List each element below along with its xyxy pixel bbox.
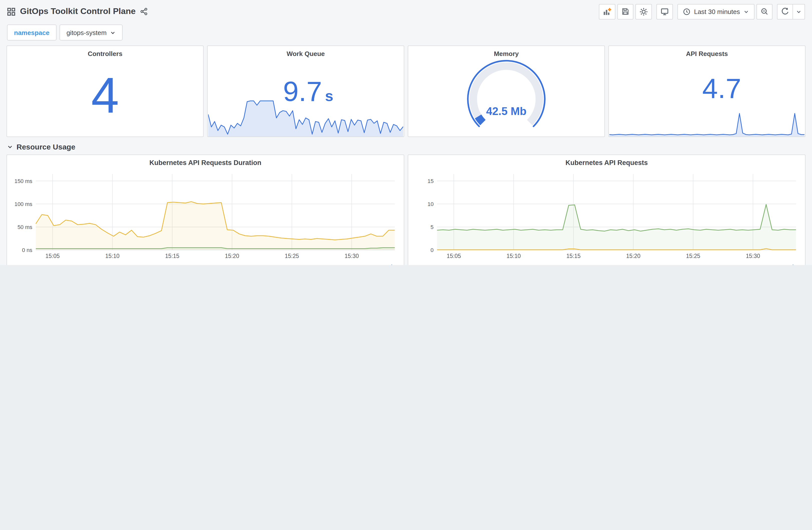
chevron-down-icon [7,144,13,150]
legend-sort-current[interactable]: current [750,263,794,265]
x-axis-label: 15:15 [165,253,179,259]
grafana-dashboard: GitOps Toolkit Control Plane [0,0,812,265]
stats-row: Controllers 4 Work Queue 9.7s Memory 42.… [0,45,812,137]
row-resource-usage[interactable]: Resource Usage [0,137,812,154]
x-axis-label: 15:20 [626,253,640,259]
legend-sort-avg[interactable]: avg [709,263,750,265]
panel-work-queue: Work Queue 9.7s [207,45,404,137]
y-axis-label: 5 [431,224,434,230]
dashboard-settings-button[interactable] [635,4,652,19]
stat-unit: s [325,87,333,104]
stat-value: 4 [91,70,119,120]
memory-gauge: 42.5 Mb [454,58,559,134]
series-area-P99 [36,202,395,250]
refresh-interval-dropdown[interactable] [793,4,805,19]
zoom-out-button[interactable] [756,4,772,19]
timeseries-plot[interactable]: 15:0515:1015:1515:2015:2515:300 ns50 ms1… [12,169,399,261]
charts-row-1: Kubernetes API Requests Duration 15:0515… [0,154,812,265]
y-axis-label: 0 [431,247,434,253]
api-requests-sparkline [609,112,804,136]
legend-header: avgcurrent [19,262,397,265]
page-title: GitOps Toolkit Control Plane [20,6,135,16]
clock-icon [683,8,691,15]
panel-title[interactable]: Memory [408,46,604,58]
panel-controllers: Controllers 4 [6,45,204,137]
panel-api-requests: API Requests 4.7 [608,45,806,137]
panel-title[interactable]: Controllers [7,46,203,58]
x-axis-label: 15:20 [225,253,239,259]
chart-legend: avgcurrenttotal4.744.44errors0.010 [413,262,800,265]
legend-sort-current[interactable]: current [349,263,393,265]
panel-k8s-api-requests-duration: Kubernetes API Requests Duration 15:0515… [6,154,404,265]
time-range-picker[interactable]: Last 30 minutes [678,4,754,19]
x-axis-label: 15:25 [285,253,299,259]
stat-value: 9.7s [283,77,333,105]
y-axis-label: 0 ns [22,247,32,253]
cycle-view-mode-button[interactable] [656,4,673,19]
y-axis-label: 50 ms [17,224,32,230]
gauge-value: 42.5 Mb [486,105,526,118]
panel-k8s-api-requests: Kubernetes API Requests 15:0515:1015:151… [408,154,806,265]
add-panel-button[interactable] [599,4,615,19]
namespace-value: gitops-system [67,29,106,36]
panel-title[interactable]: Work Queue [208,46,404,58]
x-axis-label: 15:15 [566,253,581,259]
row-title: Resource Usage [16,143,75,151]
save-dashboard-button[interactable] [618,4,633,19]
sparkline-canvas [609,112,804,136]
x-axis-label: 15:10 [105,253,119,259]
y-axis-label: 10 [427,201,434,207]
x-axis-label: 15:30 [345,253,359,259]
dashboard-header: GitOps Toolkit Control Plane [0,0,812,23]
refresh-button[interactable] [777,4,793,19]
x-axis-label: 15:25 [686,253,700,259]
legend-header: avgcurrent [420,262,798,265]
x-axis-label: 15:05 [45,253,60,259]
apps-icon[interactable] [7,7,15,16]
share-icon[interactable] [140,8,148,15]
time-range-label: Last 30 minutes [694,8,740,15]
x-axis-label: 15:30 [746,253,760,259]
panel-title[interactable]: API Requests [609,46,805,58]
variable-label-namespace: namespace [7,25,57,41]
x-axis-label: 15:05 [447,253,461,259]
y-axis-label: 150 ms [15,178,32,184]
chevron-down-icon [110,30,116,35]
legend-sort-avg[interactable]: avg [308,263,349,265]
x-axis-label: 15:10 [507,253,521,259]
chart-legend: avgcurrentP505 ms5 msP9948 ms43 ms [12,262,399,265]
variables-row: namespace gitops-system [0,23,812,45]
namespace-select[interactable]: gitops-system [60,25,122,41]
chevron-down-icon [743,9,749,14]
timeseries-plot[interactable]: 15:0515:1015:1515:2015:2515:30051015 [413,169,800,261]
stat-value: 4.7 [702,74,741,103]
gauge-canvas [454,58,559,134]
panel-title[interactable]: Kubernetes API Requests Duration [12,158,399,169]
y-axis-label: 100 ms [15,201,32,207]
panel-memory: Memory 42.5 Mb [408,45,605,137]
timeseries-canvas[interactable]: 15:0515:1015:1515:2015:2515:300 ns50 ms1… [12,169,399,261]
y-axis-label: 15 [427,178,434,184]
timeseries-canvas[interactable]: 15:0515:1015:1515:2015:2515:30051015 [413,169,800,261]
panel-title[interactable]: Kubernetes API Requests [413,158,800,169]
